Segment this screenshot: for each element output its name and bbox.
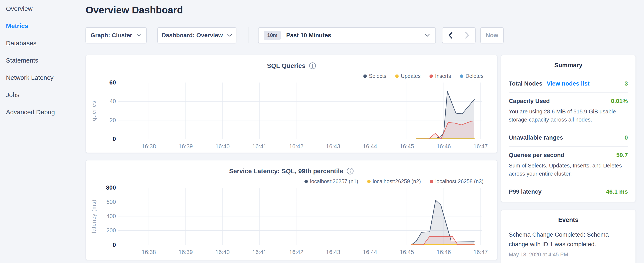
service-latency-chart-card: Service Latency: SQL, 99th percentile lo… bbox=[86, 160, 498, 260]
time-range-badge: 10m bbox=[264, 31, 281, 40]
sidebar-item-jobs[interactable]: Jobs bbox=[0, 86, 86, 103]
chevron-right-icon bbox=[465, 32, 470, 39]
summary-row-label: P99 latency bbox=[509, 188, 542, 195]
sidebar: OverviewMetricsDatabasesStatementsNetwor… bbox=[0, 0, 86, 121]
summary-row-value: 0.01% bbox=[611, 98, 628, 105]
svg-text:60: 60 bbox=[109, 79, 116, 86]
svg-text:16:39: 16:39 bbox=[178, 143, 193, 150]
time-range-picker[interactable]: 10m Past 10 Minutes bbox=[258, 27, 436, 43]
time-prev-button[interactable] bbox=[442, 28, 458, 43]
summary-row-value: 46.1 ms bbox=[606, 188, 628, 195]
svg-text:40: 40 bbox=[110, 98, 116, 105]
svg-text:16:47: 16:47 bbox=[474, 143, 488, 150]
graph-dropdown-label: Graph: Cluster bbox=[90, 32, 132, 39]
svg-text:200: 200 bbox=[106, 227, 116, 234]
dashboard-controls: Graph: Cluster Dashboard: Overview 10m P… bbox=[86, 27, 504, 43]
chevron-down-icon bbox=[424, 34, 430, 37]
svg-text:16:39: 16:39 bbox=[178, 249, 193, 255]
service-latency-plot[interactable]: 020040060080016:3816:3916:4016:4116:4216… bbox=[86, 160, 497, 260]
sql-queries-chart-card: SQL Queries SelectsUpdatesInsertsDeletes… bbox=[86, 55, 498, 153]
sidebar-item-databases[interactable]: Databases bbox=[0, 35, 86, 52]
controls-divider bbox=[248, 27, 249, 43]
svg-text:20: 20 bbox=[110, 117, 116, 123]
events-list: Schema Change Completed: Schema change w… bbox=[509, 230, 628, 258]
page-title: Overview Dashboard bbox=[86, 4, 183, 16]
events-panel: Events Schema Change Completed: Schema c… bbox=[501, 210, 636, 263]
summary-rows: Total NodesView nodes list3Capacity Used… bbox=[509, 75, 628, 200]
summary-row-description: You are using 28.6 MiB of 515.9 GiB usab… bbox=[509, 107, 628, 124]
svg-text:0: 0 bbox=[113, 241, 116, 248]
event-timestamp: May 13, 2020 at 4:45 PM bbox=[509, 251, 628, 258]
now-button[interactable]: Now bbox=[480, 27, 504, 43]
sidebar-item-metrics[interactable]: Metrics bbox=[0, 17, 86, 35]
time-window-nav bbox=[442, 27, 476, 43]
summary-row-label: Queries per second bbox=[509, 152, 564, 158]
svg-text:16:45: 16:45 bbox=[400, 143, 414, 150]
svg-text:0: 0 bbox=[113, 136, 116, 142]
event-text: Schema Change Completed: Schema change w… bbox=[509, 230, 628, 249]
svg-text:queries: queries bbox=[91, 101, 97, 121]
summary-row-value: 3 bbox=[624, 80, 628, 87]
chevron-left-icon bbox=[448, 32, 453, 39]
event-item: Schema Change Completed: Schema change w… bbox=[509, 230, 628, 258]
dashboard-dropdown-label: Dashboard: Overview bbox=[162, 32, 223, 39]
sidebar-item-advanced-debug[interactable]: Advanced Debug bbox=[0, 103, 86, 121]
summary-row-description: Sum of Selects, Updates, Inserts, and De… bbox=[509, 161, 628, 178]
time-next-button[interactable] bbox=[458, 28, 475, 43]
sql-queries-plot[interactable]: 020406016:3816:3916:4016:4116:4216:4316:… bbox=[86, 55, 497, 153]
summary-row-label: Unavailable ranges bbox=[509, 134, 563, 141]
summary-row: Total NodesView nodes list3 bbox=[509, 75, 628, 92]
time-range-label: Past 10 Minutes bbox=[286, 32, 331, 39]
svg-text:400: 400 bbox=[106, 213, 116, 219]
view-nodes-list-link[interactable]: View nodes list bbox=[546, 80, 590, 87]
events-title: Events bbox=[509, 216, 628, 223]
svg-text:16:44: 16:44 bbox=[363, 143, 377, 150]
summary-row-label: Capacity Used bbox=[509, 98, 550, 105]
svg-text:16:41: 16:41 bbox=[252, 143, 266, 150]
db-console-screen: OverviewMetricsDatabasesStatementsNetwor… bbox=[0, 0, 644, 263]
graph-dropdown[interactable]: Graph: Cluster bbox=[86, 27, 147, 43]
svg-text:600: 600 bbox=[106, 199, 116, 205]
chevron-down-icon bbox=[136, 34, 142, 37]
svg-text:16:41: 16:41 bbox=[252, 249, 266, 255]
dashboard-dropdown[interactable]: Dashboard: Overview bbox=[157, 27, 236, 43]
sidebar-item-network-latency[interactable]: Network Latency bbox=[0, 69, 86, 86]
summary-row: Capacity Used0.01%You are using 28.6 MiB… bbox=[509, 92, 628, 129]
svg-text:16:40: 16:40 bbox=[216, 249, 230, 255]
svg-text:16:44: 16:44 bbox=[363, 249, 377, 255]
chevron-down-icon bbox=[227, 34, 232, 37]
svg-text:16:43: 16:43 bbox=[326, 143, 340, 150]
sidebar-item-statements[interactable]: Statements bbox=[0, 52, 86, 69]
svg-text:16:38: 16:38 bbox=[142, 249, 156, 255]
svg-text:16:42: 16:42 bbox=[289, 249, 304, 255]
summary-row: Unavailable ranges0 bbox=[509, 129, 628, 146]
summary-row: Queries per second59.7Sum of Selects, Up… bbox=[509, 146, 628, 183]
summary-row-value: 59.7 bbox=[616, 152, 628, 158]
sidebar-item-overview[interactable]: Overview bbox=[0, 0, 86, 17]
svg-text:16:46: 16:46 bbox=[437, 249, 451, 255]
summary-row: P99 latency46.1 ms bbox=[509, 183, 628, 200]
svg-text:16:42: 16:42 bbox=[289, 143, 304, 150]
svg-text:16:40: 16:40 bbox=[216, 143, 230, 150]
svg-text:16:45: 16:45 bbox=[400, 249, 414, 255]
svg-text:latency (ms): latency (ms) bbox=[91, 199, 97, 233]
summary-row-value: 0 bbox=[624, 134, 628, 141]
summary-panel: Summary Total NodesView nodes list3Capac… bbox=[501, 55, 636, 202]
svg-text:16:47: 16:47 bbox=[474, 249, 488, 255]
svg-text:16:46: 16:46 bbox=[436, 143, 451, 150]
svg-text:800: 800 bbox=[106, 184, 116, 191]
summary-title: Summary bbox=[509, 62, 628, 69]
svg-text:16:38: 16:38 bbox=[142, 143, 156, 150]
summary-row-label: Total Nodes bbox=[509, 80, 542, 87]
svg-text:16:43: 16:43 bbox=[326, 249, 340, 255]
